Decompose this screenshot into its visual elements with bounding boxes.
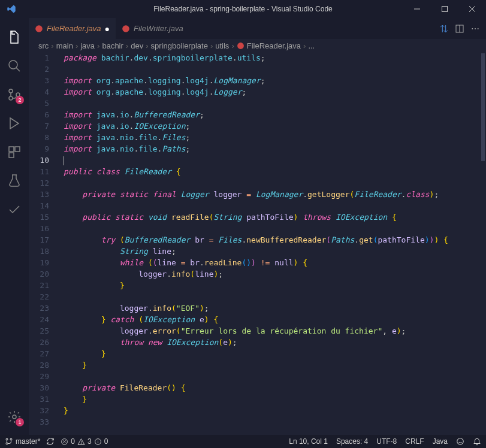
language-indicator[interactable]: Java — [433, 437, 448, 446]
line-number: 14 — [29, 200, 49, 211]
line-number: 23 — [29, 302, 49, 314]
code-line[interactable]: try (BufferedReader br = Files.newBuffer… — [64, 234, 486, 246]
code-line[interactable]: } — [64, 405, 486, 416]
line-number: 7 — [29, 120, 49, 132]
breadcrumb-segment[interactable]: springboilerplate — [151, 41, 208, 50]
explorer-icon[interactable] — [0, 23, 29, 52]
java-file-icon — [35, 25, 43, 33]
minimize-button[interactable] — [403, 0, 431, 18]
line-number: 12 — [29, 177, 49, 189]
code-line[interactable] — [64, 98, 486, 109]
tab-dirty-icon: ● — [105, 24, 110, 34]
code-line[interactable]: throw new IOException(e); — [64, 337, 486, 348]
code-line[interactable]: } catch (IOException e) { — [64, 314, 486, 325]
code-line[interactable]: } — [64, 280, 486, 291]
sync-indicator[interactable] — [46, 437, 55, 446]
breadcrumb-file[interactable]: FileReader.java — [247, 41, 301, 50]
check-icon[interactable] — [0, 195, 29, 224]
svg-point-14 — [122, 25, 129, 32]
extensions-icon[interactable] — [0, 138, 29, 167]
svg-point-22 — [6, 443, 8, 444]
eol-indicator[interactable]: CRLF — [405, 437, 424, 446]
line-number: 25 — [29, 325, 49, 337]
code-line[interactable]: logger.error("Erreur lors de la récupéra… — [64, 325, 486, 337]
code-line[interactable]: private static final Logger logger = Log… — [64, 189, 486, 200]
line-number: 9 — [29, 143, 49, 155]
svg-rect-9 — [9, 147, 14, 152]
code-line[interactable]: public static void readFile(String pathT… — [64, 211, 486, 223]
code-line[interactable]: private FileReader() { — [64, 382, 486, 393]
indentation-indicator[interactable]: Spaces: 4 — [336, 437, 368, 446]
line-number: 18 — [29, 246, 49, 257]
more-icon[interactable] — [470, 24, 480, 34]
code-content[interactable]: package bachir.dev.springboilerplate.uti… — [59, 52, 486, 435]
line-number: 28 — [29, 359, 49, 371]
java-file-icon — [237, 42, 244, 50]
code-line[interactable]: import org.apache.logging.log4j.LogManag… — [64, 75, 486, 86]
breadcrumb-segment[interactable]: java — [80, 41, 95, 50]
line-number: 4 — [29, 86, 49, 98]
code-line[interactable]: import java.io.BufferedReader; — [64, 109, 486, 120]
code-editor[interactable]: 1234567891011121314151617181920212223242… — [29, 52, 486, 435]
notifications-icon[interactable] — [473, 437, 481, 446]
line-number: 15 — [29, 211, 49, 223]
source-control-icon[interactable]: 2 — [0, 80, 29, 109]
chevron-right-icon: › — [146, 41, 148, 50]
svg-point-7 — [9, 96, 13, 100]
split-editor-icon[interactable] — [455, 24, 464, 34]
code-line[interactable]: import java.nio.file.Paths; — [64, 143, 486, 155]
breadcrumb-segment[interactable]: dev — [131, 41, 143, 50]
svg-point-19 — [478, 28, 479, 29]
code-line[interactable]: import java.nio.file.Files; — [64, 132, 486, 143]
line-number: 11 — [29, 166, 49, 177]
code-line[interactable] — [64, 63, 486, 75]
svg-point-23 — [10, 438, 12, 440]
breadcrumbs[interactable]: src › main › java › bachir › dev › sprin… — [29, 39, 486, 52]
line-number: 17 — [29, 234, 49, 246]
code-line[interactable]: } — [64, 359, 486, 371]
code-line[interactable] — [64, 200, 486, 211]
feedback-icon[interactable] — [456, 437, 464, 446]
svg-line-5 — [16, 68, 20, 71]
code-line[interactable]: logger.info(line); — [64, 268, 486, 280]
code-line[interactable]: String line; — [64, 246, 486, 257]
tab-filewriter[interactable]: FileWriter.java — [116, 18, 189, 39]
java-file-icon — [122, 25, 130, 33]
svg-point-18 — [475, 28, 476, 29]
code-line[interactable]: package bachir.dev.springboilerplate.uti… — [64, 52, 486, 63]
close-button[interactable] — [458, 0, 486, 18]
breadcrumb-segment[interactable]: bachir — [102, 41, 123, 50]
code-line[interactable] — [64, 177, 486, 189]
search-icon[interactable] — [0, 52, 29, 80]
branch-indicator[interactable]: master* — [5, 437, 40, 446]
code-line[interactable]: import org.apache.logging.log4j.Logger; — [64, 86, 486, 98]
code-line[interactable] — [64, 155, 486, 166]
code-line[interactable]: } — [64, 348, 486, 359]
code-line[interactable]: while ((line = br.readLine()) != null) { — [64, 257, 486, 268]
breadcrumb-segment[interactable]: src — [38, 41, 49, 50]
code-line[interactable] — [64, 223, 486, 234]
code-line[interactable]: import java.io.IOException; — [64, 120, 486, 132]
tab-label: FileWriter.java — [134, 24, 183, 33]
tab-filereader[interactable]: FileReader.java ● — [29, 18, 116, 39]
code-line[interactable]: logger.info("EOF"); — [64, 302, 486, 314]
breadcrumb-segment[interactable]: utils — [215, 41, 229, 50]
problems-indicator[interactable]: 0 3 0 — [61, 437, 108, 446]
breadcrumb-segment[interactable]: main — [56, 41, 73, 50]
run-debug-icon[interactable] — [0, 109, 29, 138]
code-line[interactable]: } — [64, 393, 486, 405]
code-line[interactable] — [64, 416, 486, 428]
breadcrumb-overflow[interactable]: ... — [308, 41, 315, 50]
svg-point-21 — [6, 438, 8, 440]
testing-icon[interactable] — [0, 167, 29, 195]
compare-icon[interactable] — [439, 24, 449, 34]
maximize-button[interactable] — [431, 0, 458, 18]
code-line[interactable]: public class FileReader { — [64, 166, 486, 177]
code-line[interactable] — [64, 291, 486, 302]
code-line[interactable] — [64, 371, 486, 382]
encoding-indicator[interactable]: UTF-8 — [376, 437, 397, 446]
line-number: 21 — [29, 280, 49, 291]
settings-icon[interactable]: 1 — [0, 402, 29, 431]
vertical-scrollbar[interactable] — [480, 52, 486, 435]
cursor-position[interactable]: Ln 10, Col 1 — [289, 437, 328, 446]
